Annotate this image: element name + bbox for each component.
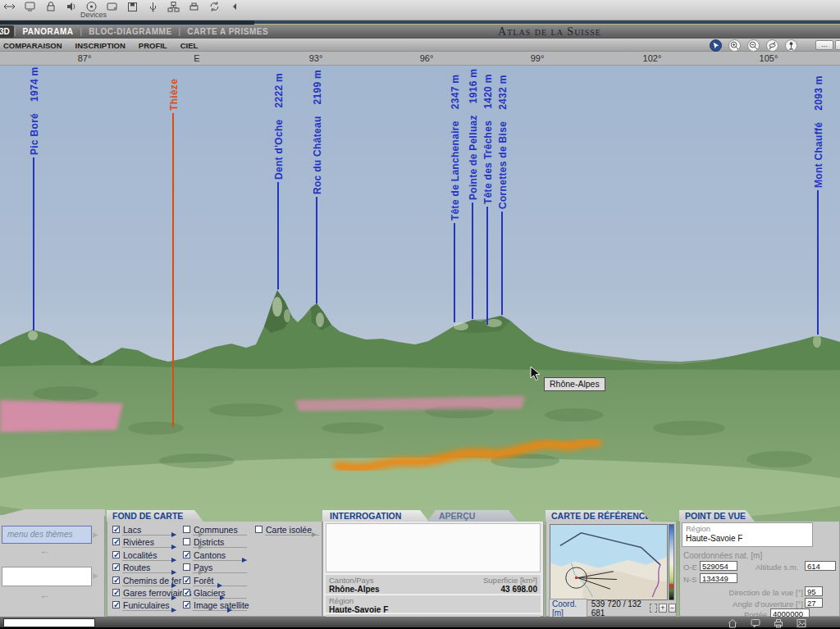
layer-toggle-localités[interactable]: ✓Localités xyxy=(112,550,191,563)
opacity-slider[interactable] xyxy=(122,535,176,536)
layer-toggle-glaciers[interactable]: ✓Glaciers xyxy=(183,588,249,600)
submenu-item-comparaison[interactable]: COMPARAISON xyxy=(0,41,72,50)
map-zoom-out-button[interactable]: − xyxy=(669,604,676,613)
slider-arrow-icon[interactable] xyxy=(242,558,247,563)
sync-icon[interactable] xyxy=(207,1,221,12)
slider-arrow-icon[interactable] xyxy=(171,595,176,600)
layer-toggle-communes[interactable]: Communes xyxy=(183,525,249,537)
print-icon[interactable] xyxy=(773,618,784,627)
slider-arrow-icon[interactable] xyxy=(199,570,203,575)
layer-toggle-pays[interactable]: Pays xyxy=(183,563,249,575)
slider-arrow-icon[interactable] xyxy=(227,608,232,613)
collapse-icon[interactable] xyxy=(227,1,242,12)
speaker-icon[interactable] xyxy=(63,1,78,12)
layer-toggle-image-satellite[interactable]: ✓Image satellite xyxy=(183,600,249,613)
layer-toggle-funiculaires[interactable]: ✓Funiculaires xyxy=(112,600,191,613)
slider-arrow-icon[interactable] xyxy=(171,583,176,588)
oe-input[interactable] xyxy=(700,561,737,571)
menu-item-3d[interactable]: 3D xyxy=(0,25,14,38)
display-icon[interactable] xyxy=(22,1,37,12)
opacity-slider[interactable] xyxy=(122,586,176,586)
opacity-slider[interactable] xyxy=(122,572,176,573)
opacity-slider[interactable] xyxy=(193,560,247,561)
status-input[interactable] xyxy=(3,618,95,627)
layer-toggle-gares-ferroviaires[interactable]: ✓Gares ferroviaires xyxy=(112,588,191,600)
checkbox[interactable] xyxy=(183,526,190,533)
angle-input[interactable] xyxy=(805,598,823,608)
checkbox[interactable]: ✓ xyxy=(112,526,120,533)
theme-menu-combobox[interactable]: menu des thèmes xyxy=(2,526,92,544)
back-arrow-icon[interactable]: ← xyxy=(39,589,50,601)
ns-input[interactable] xyxy=(700,573,737,583)
lock-icon[interactable] xyxy=(43,1,57,12)
printer-icon[interactable] xyxy=(186,1,201,12)
checkbox[interactable]: ✓ xyxy=(183,601,190,608)
opacity-slider[interactable] xyxy=(193,610,247,611)
layer-toggle-carte-isolée[interactable]: Carte isolée xyxy=(255,525,312,537)
checkbox[interactable]: ✓ xyxy=(112,577,120,584)
tab-carte-de-reference[interactable]: CARTE DE RÉFÉRENCE xyxy=(546,510,651,522)
slider-arrow-icon[interactable] xyxy=(199,545,203,549)
slider-arrow-icon[interactable] xyxy=(171,608,176,613)
floppy-icon[interactable] xyxy=(125,1,139,12)
menu-item-carte-a-prismes[interactable]: CARTE A PRISMES xyxy=(180,27,275,36)
rotate-view-tool[interactable] xyxy=(766,39,778,52)
checkbox[interactable]: ✓ xyxy=(112,601,120,608)
checkbox[interactable] xyxy=(183,563,190,571)
usb-icon[interactable] xyxy=(145,1,160,12)
checkbox[interactable]: ✓ xyxy=(112,538,120,545)
submenu-item-profil[interactable]: PROFIL xyxy=(135,41,177,50)
opacity-slider[interactable] xyxy=(122,610,176,611)
checkbox[interactable]: ✓ xyxy=(183,577,190,584)
opacity-slider[interactable] xyxy=(193,535,247,536)
submenu-item-inscription[interactable]: INSCRIPTION xyxy=(72,41,135,50)
viewpoint-tool[interactable] xyxy=(785,39,797,52)
home-icon[interactable] xyxy=(727,618,738,627)
coord-units-button[interactable]: Coord. [m] xyxy=(549,599,587,618)
checkbox[interactable]: ✓ xyxy=(183,551,190,558)
slider-arrow-icon[interactable] xyxy=(199,532,203,537)
menu-item-panorama[interactable]: PANORAMA xyxy=(16,27,80,36)
tab-interrogation[interactable]: INTERROGATION xyxy=(322,510,429,522)
opacity-slider[interactable] xyxy=(193,572,247,573)
layer-toggle-districts[interactable]: Districts xyxy=(183,537,249,549)
map-extent-button[interactable] xyxy=(650,604,657,613)
opacity-slider[interactable] xyxy=(122,547,176,548)
image-icon[interactable] xyxy=(796,618,807,627)
opacity-slider[interactable] xyxy=(193,598,247,599)
network-icon[interactable] xyxy=(166,1,180,12)
opacity-slider[interactable] xyxy=(193,586,247,586)
checkbox[interactable]: ✓ xyxy=(112,589,120,596)
zoom-out-tool[interactable] xyxy=(747,39,760,52)
panorama-viewport[interactable]: Pic Boré1974 mThièzeDent d'Oche2222 mRoc… xyxy=(0,66,840,617)
slider-arrow-icon[interactable] xyxy=(171,532,176,537)
opacity-slider[interactable] xyxy=(122,598,176,599)
slider-arrow-icon[interactable] xyxy=(171,570,176,575)
reference-map[interactable] xyxy=(550,524,668,600)
opacity-slider[interactable] xyxy=(265,535,319,536)
opacity-slider[interactable] xyxy=(193,547,247,548)
layer-toggle-forêt[interactable]: ✓Forêt xyxy=(183,576,249,588)
checkbox[interactable]: ✓ xyxy=(183,589,190,596)
viewpoint-altitude-input[interactable] xyxy=(805,561,836,571)
checkbox[interactable]: ✓ xyxy=(112,551,120,558)
more-button[interactable]: ... xyxy=(815,40,833,50)
layer-toggle-cantons[interactable]: ✓Cantons xyxy=(183,550,249,563)
slider-arrow-icon[interactable] xyxy=(171,558,176,563)
combo-handle-icon[interactable] xyxy=(93,573,98,579)
tab-fond-de-carte[interactable]: FOND DE CARTE xyxy=(107,510,203,522)
checkbox[interactable] xyxy=(255,526,262,533)
combo-handle-icon[interactable] xyxy=(93,532,98,538)
chat-icon[interactable] xyxy=(750,618,761,627)
back-arrow-icon[interactable]: ← xyxy=(39,545,50,557)
layer-toggle-chemins-de-fer[interactable]: ✓Chemins de fer xyxy=(112,576,191,588)
map-zoom-in-button[interactable]: + xyxy=(659,604,666,613)
layer-toggle-routes[interactable]: ✓Routes xyxy=(112,563,191,575)
checkbox[interactable] xyxy=(183,538,190,545)
layer-toggle-rivières[interactable]: ✓Rivières xyxy=(112,537,191,549)
zoom-in-tool[interactable] xyxy=(728,39,741,52)
menu-item-bloc-diagramme[interactable]: BLOC-DIAGRAMME xyxy=(82,27,178,36)
layer-toggle-lacs[interactable]: ✓Lacs xyxy=(112,525,191,537)
tab-apercu[interactable]: APERÇU xyxy=(427,510,518,522)
resize-icon[interactable] xyxy=(2,1,16,12)
